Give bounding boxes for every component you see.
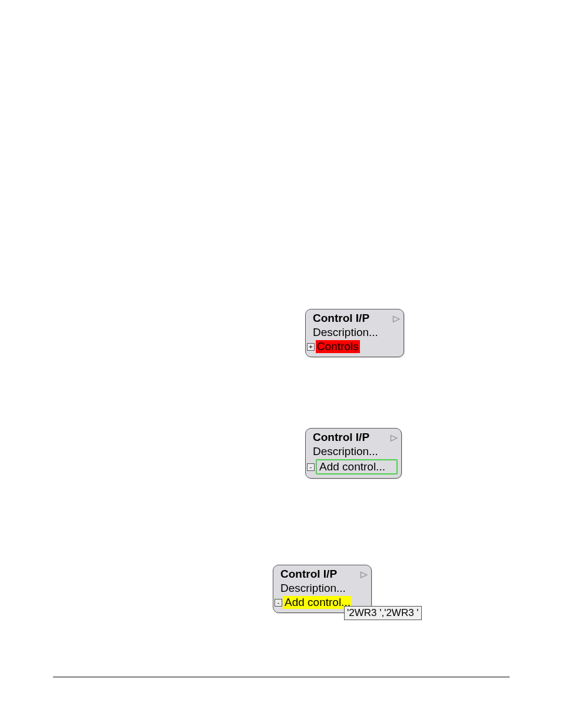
description-field[interactable]: Description... [280, 582, 368, 595]
panel-title-row: Control I/P ▷ [313, 431, 398, 444]
add-control-field-active[interactable]: Add control... [316, 459, 398, 475]
collapse-toggle[interactable]: - [307, 463, 315, 471]
add-control-field-highlight[interactable]: Add control... [283, 596, 352, 609]
panel-title: Control I/P [280, 568, 337, 581]
triangle-icon[interactable]: ▷ [391, 433, 398, 442]
collapse-toggle[interactable]: - [275, 599, 282, 607]
control-panel-collapsed: Control I/P ▷ Description... + Controls [305, 309, 404, 357]
panel-title: Control I/P [313, 431, 369, 444]
controls-row: - Add control... [307, 459, 398, 475]
controls-row: + Controls [307, 340, 400, 353]
panel-title: Control I/P [313, 312, 369, 325]
triangle-icon[interactable]: ▷ [361, 569, 368, 579]
horizontal-rule [53, 677, 510, 677]
triangle-icon[interactable]: ▷ [393, 314, 400, 323]
tooltip: '2WR3 ','2WR3 ' [344, 606, 422, 620]
control-panel-expanded: Control I/P ▷ Description... - Add contr… [305, 428, 402, 479]
controls-field-error[interactable]: Controls [316, 340, 360, 353]
description-field[interactable]: Description... [313, 445, 398, 458]
description-field[interactable]: Description... [313, 326, 400, 339]
panel-title-row: Control I/P ▷ [280, 568, 368, 581]
expand-toggle[interactable]: + [307, 343, 315, 351]
panel-title-row: Control I/P ▷ [313, 312, 400, 325]
